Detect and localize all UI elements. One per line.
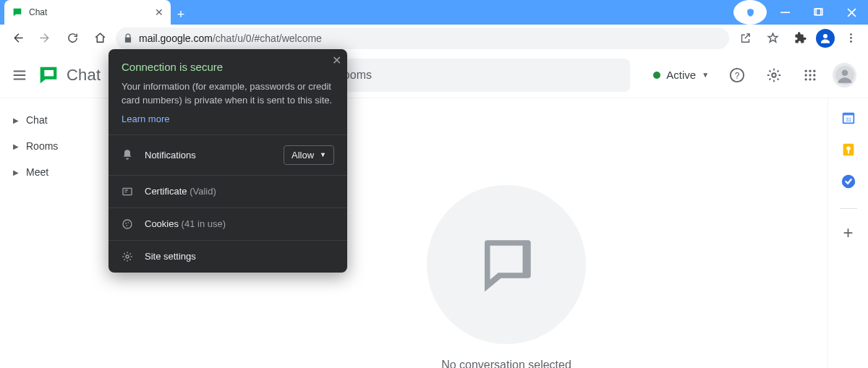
nav-forward-button[interactable]	[33, 27, 56, 50]
svg-point-5	[850, 37, 852, 39]
svg-point-33	[126, 225, 127, 226]
svg-point-21	[841, 69, 848, 76]
svg-rect-27	[848, 150, 849, 154]
svg-rect-29	[123, 188, 132, 194]
nav-back-button[interactable]	[6, 27, 29, 50]
main-menu-button[interactable]	[12, 67, 27, 83]
browser-titlebar: Chat ✕ +	[0, 0, 868, 25]
certificate-label: Certificate (Valid)	[145, 186, 334, 197]
presence-status-button[interactable]: Active ▼	[647, 64, 715, 85]
address-bar[interactable]: mail.google.com/chat/u/0/#chat/welcome	[116, 27, 729, 49]
svg-rect-1	[814, 9, 821, 15]
sidebar-item-label: Meet	[26, 166, 48, 178]
chevron-down-icon: ▼	[702, 71, 709, 79]
settings-gear-button[interactable]	[760, 61, 787, 90]
add-addon-button[interactable]: +	[841, 225, 856, 241]
svg-point-32	[127, 222, 129, 223]
svg-point-12	[809, 69, 811, 72]
account-avatar[interactable]	[833, 63, 856, 87]
svg-text:?: ?	[735, 70, 740, 80]
chrome-menu-button[interactable]	[839, 27, 862, 50]
cookie-icon	[122, 218, 135, 230]
popover-close-icon[interactable]: ✕	[332, 54, 341, 67]
popover-description: Your information (for example, passwords…	[122, 80, 334, 108]
svg-rect-7	[44, 69, 54, 76]
empty-state-illustration	[427, 185, 586, 344]
svg-rect-0	[780, 12, 790, 13]
browser-toolbar: mail.google.com/chat/u/0/#chat/welcome	[0, 25, 868, 52]
window-close-button[interactable]	[835, 0, 868, 25]
svg-point-14	[805, 74, 807, 76]
svg-point-3	[823, 34, 827, 38]
apps-grid-button[interactable]	[796, 61, 824, 90]
caret-right-icon: ▶	[13, 116, 19, 124]
svg-point-26	[846, 146, 851, 150]
popover-title: Connection is secure	[122, 61, 334, 73]
nav-home-button[interactable]	[88, 27, 111, 50]
svg-point-6	[850, 40, 852, 43]
notifications-label: Notifications	[145, 150, 273, 161]
rail-separator	[840, 208, 857, 209]
browser-tab[interactable]: Chat ✕	[4, 0, 171, 25]
tasks-addon-icon[interactable]	[841, 174, 856, 189]
speech-bubble-icon	[474, 232, 539, 297]
status-label: Active	[666, 69, 696, 81]
chevron-down-icon: ▼	[320, 151, 326, 158]
svg-point-16	[813, 74, 815, 76]
svg-point-31	[125, 222, 127, 223]
svg-text:31: 31	[845, 116, 851, 123]
chat-favicon-icon	[12, 7, 23, 18]
site-info-popover: ✕ Connection is secure Your information …	[109, 49, 347, 273]
url-text: mail.google.com/chat/u/0/#chat/welcome	[139, 33, 322, 44]
extensions-puzzle-icon[interactable]	[788, 27, 812, 50]
keep-addon-icon[interactable]	[841, 142, 856, 158]
svg-point-13	[813, 69, 815, 72]
nav-reload-button[interactable]	[61, 27, 84, 50]
help-button[interactable]: ?	[723, 61, 751, 90]
window-minimize-button[interactable]	[768, 0, 801, 25]
window-maximize-button[interactable]	[801, 0, 835, 25]
url-host: mail.google.com	[139, 33, 213, 44]
svg-rect-2	[816, 9, 822, 15]
svg-point-34	[126, 255, 129, 258]
product-logo[interactable]: Chat	[36, 63, 101, 87]
svg-point-10	[772, 73, 776, 77]
svg-point-15	[809, 74, 811, 76]
gear-icon	[122, 251, 135, 262]
svg-point-18	[809, 78, 811, 80]
certificate-row[interactable]: Certificate (Valid)	[109, 175, 347, 207]
bell-icon	[122, 149, 135, 161]
learn-more-link[interactable]: Learn more	[122, 114, 169, 124]
sidebar-item-label: Rooms	[26, 140, 58, 152]
site-settings-label: Site settings	[145, 251, 334, 262]
bookmark-star-icon[interactable]	[761, 27, 784, 50]
site-settings-row[interactable]: Site settings	[109, 240, 347, 273]
svg-point-11	[805, 69, 807, 72]
url-path: /chat/u/0/#chat/welcome	[213, 33, 322, 44]
chat-logo-icon	[36, 63, 61, 87]
cookies-row[interactable]: Cookies (41 in use)	[109, 207, 347, 240]
caret-right-icon: ▶	[13, 168, 19, 176]
allow-label: Allow	[292, 150, 314, 161]
svg-point-30	[123, 220, 132, 228]
status-dot-icon	[653, 72, 660, 79]
window-controls	[733, 0, 868, 25]
certificate-icon	[122, 186, 135, 197]
profile-avatar-button[interactable]	[816, 29, 835, 48]
svg-point-17	[805, 78, 807, 80]
tab-close-icon[interactable]: ✕	[155, 7, 163, 18]
cookies-label: Cookies (41 in use)	[145, 218, 334, 229]
notifications-permission-dropdown[interactable]: Allow ▼	[284, 145, 334, 165]
empty-state-text: No conversation selected	[441, 359, 571, 368]
open-external-icon[interactable]	[733, 27, 757, 50]
new-tab-button[interactable]: +	[171, 4, 191, 25]
lock-icon[interactable]	[123, 33, 133, 43]
sidebar-item-label: Chat	[26, 114, 48, 126]
calendar-addon-icon[interactable]: 31	[841, 110, 856, 126]
side-panel: 31 +	[827, 98, 868, 368]
tab-title: Chat	[29, 7, 149, 17]
caret-right-icon: ▶	[13, 142, 19, 150]
svg-point-4	[850, 33, 852, 35]
svg-point-19	[813, 78, 815, 80]
browser-shield-icon[interactable]	[733, 0, 767, 25]
